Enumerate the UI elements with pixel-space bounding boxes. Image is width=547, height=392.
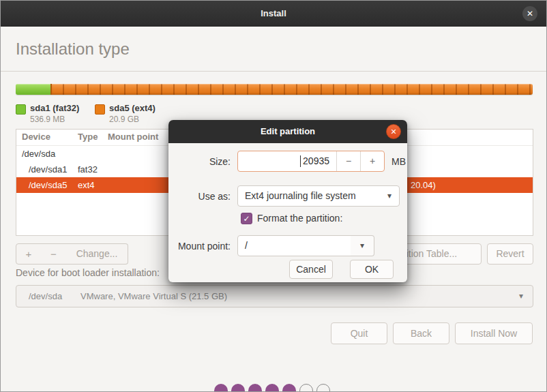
text-caret (300, 155, 301, 167)
cell-type: fat32 (78, 162, 98, 177)
legend-label: sda1 (fat32) (30, 103, 79, 113)
add-partition-button[interactable]: + (16, 243, 42, 265)
spin-plus-button[interactable]: + (360, 151, 384, 171)
bootloader-description: VMware, VMware Virtual S (21.5 GB) (80, 286, 227, 307)
column-header-device[interactable]: Device (22, 132, 50, 142)
dialog-close-icon[interactable]: ✕ (386, 124, 401, 139)
remove-partition-button[interactable]: − (41, 243, 67, 265)
progress-dot (282, 384, 296, 392)
cell-system-label: 20.04) (411, 177, 436, 193)
progress-dot (316, 384, 330, 392)
cell-device: /dev/sda1 (29, 162, 67, 177)
progress-dot (248, 384, 262, 392)
bootloader-device: /dev/sda (29, 286, 62, 307)
progress-dot (214, 384, 228, 392)
legend-size: 20.9 GB (109, 115, 139, 124)
window-close-icon[interactable]: ✕ (522, 6, 537, 21)
mount-point-value: / (245, 236, 248, 256)
bootloader-device-select[interactable]: /dev/sda VMware, VMware Virtual S (21.5 … (16, 285, 533, 307)
column-header-mount-point[interactable]: Mount point (108, 132, 158, 142)
legend-swatch-orange (95, 104, 105, 115)
legend-label: sda5 (ext4) (109, 103, 156, 113)
column-header-type[interactable]: Type (78, 132, 98, 142)
titlebar: Install ✕ (1, 1, 546, 27)
edit-partition-dialog: Edit partition ✕ Size: 20935 − + MB Use … (168, 120, 407, 282)
cancel-button[interactable]: Cancel (289, 260, 333, 279)
page-title: Installation type (16, 40, 130, 59)
install-now-button[interactable]: Install Now (455, 322, 533, 344)
progress-dot (299, 384, 313, 392)
dropdown-arrow-icon: ▾ (519, 286, 523, 307)
partition-segment-sda1 (16, 84, 52, 95)
mount-point-input[interactable]: / (237, 235, 351, 256)
size-input[interactable]: 20935 (238, 151, 336, 171)
dialog-title: Edit partition (168, 120, 407, 143)
ok-button[interactable]: OK (350, 260, 394, 279)
dropdown-arrow-icon: ▾ (387, 186, 391, 206)
bootloader-label: Device for boot loader installation: (16, 267, 160, 278)
size-label: Size: (168, 156, 231, 167)
quit-button[interactable]: Quit (331, 322, 387, 344)
revert-button[interactable]: Revert (487, 243, 533, 265)
progress-dot (265, 384, 279, 392)
back-button[interactable]: Back (393, 322, 449, 344)
progress-dots (214, 384, 334, 392)
spin-minus-button[interactable]: − (336, 151, 360, 171)
cell-type: ext4 (78, 177, 95, 193)
change-button[interactable]: Change... (66, 243, 128, 265)
partition-bar (16, 84, 533, 95)
mount-point-dropdown-button[interactable]: ▾ (351, 235, 374, 256)
use-as-value: Ext4 journaling file system (245, 186, 356, 206)
dropdown-arrow-icon: ▾ (360, 241, 364, 250)
size-value: 20935 (303, 155, 329, 166)
install-window: Install ✕ Installation type sda1 (fat32)… (0, 0, 547, 392)
mount-point-label: Mount point: (168, 241, 231, 252)
size-unit-label: MB (391, 156, 406, 167)
cell-device: /dev/sda5 (29, 177, 67, 193)
format-checkbox[interactable]: ✓ (241, 213, 252, 224)
format-label: Format the partition: (257, 213, 342, 224)
legend-size: 536.9 MB (30, 115, 65, 124)
header-separator (1, 71, 546, 72)
use-as-select[interactable]: Ext4 journaling file system ▾ (237, 185, 400, 207)
legend-swatch-green (16, 104, 26, 115)
use-as-label: Use as: (168, 191, 231, 202)
progress-dot (231, 384, 245, 392)
window-title: Install (1, 1, 546, 27)
size-spinbox: 20935 − + (237, 151, 385, 172)
dialog-titlebar: Edit partition ✕ (168, 120, 407, 143)
partition-segment-sda5 (52, 84, 533, 95)
cell-device: /dev/sda (22, 146, 55, 162)
